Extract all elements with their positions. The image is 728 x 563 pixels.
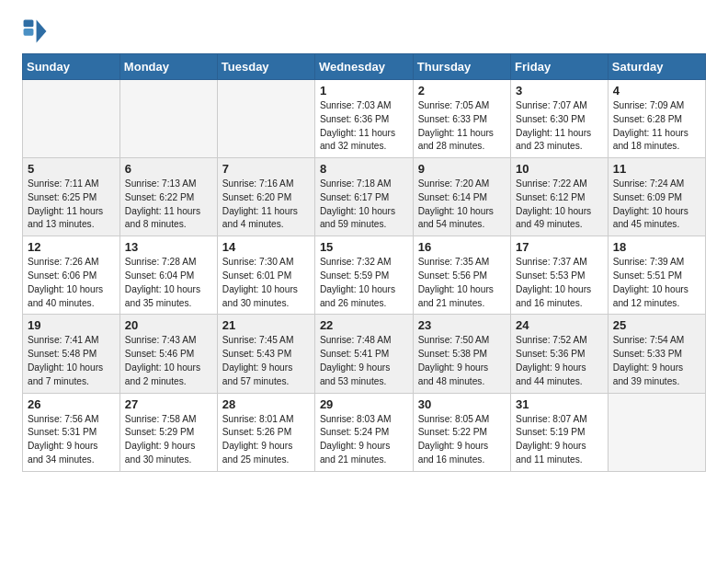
day-info: Sunrise: 7:13 AMSunset: 6:22 PMDaylight:…	[125, 178, 212, 232]
calendar-week-row: 5Sunrise: 7:11 AMSunset: 6:25 PMDaylight…	[23, 158, 706, 236]
weekday-header-wednesday: Wednesday	[314, 54, 413, 80]
weekday-header-monday: Monday	[119, 54, 217, 80]
day-info: Sunrise: 7:35 AMSunset: 5:56 PMDaylight:…	[418, 256, 506, 310]
day-number: 3	[516, 84, 603, 98]
day-number: 18	[613, 240, 700, 254]
calendar-cell: 16Sunrise: 7:35 AMSunset: 5:56 PMDayligh…	[413, 236, 510, 315]
calendar-cell: 6Sunrise: 7:13 AMSunset: 6:22 PMDaylight…	[119, 158, 217, 236]
calendar-cell: 13Sunrise: 7:28 AMSunset: 6:04 PMDayligh…	[119, 236, 217, 315]
calendar-cell: 7Sunrise: 7:16 AMSunset: 6:20 PMDaylight…	[217, 158, 314, 236]
calendar-week-row: 12Sunrise: 7:26 AMSunset: 6:06 PMDayligh…	[23, 236, 706, 315]
day-number: 27	[125, 397, 212, 411]
day-info: Sunrise: 7:03 AMSunset: 6:36 PMDaylight:…	[320, 99, 408, 154]
calendar-cell: 21Sunrise: 7:45 AMSunset: 5:43 PMDayligh…	[217, 315, 314, 393]
calendar-cell: 15Sunrise: 7:32 AMSunset: 5:59 PMDayligh…	[314, 236, 413, 315]
day-info: Sunrise: 8:07 AMSunset: 5:19 PMDaylight:…	[516, 413, 603, 467]
svg-rect-0	[24, 20, 34, 28]
day-info: Sunrise: 7:09 AMSunset: 6:28 PMDaylight:…	[613, 99, 700, 154]
calendar-cell	[217, 80, 314, 158]
day-info: Sunrise: 7:07 AMSunset: 6:30 PMDaylight:…	[516, 99, 603, 154]
day-number: 19	[28, 318, 115, 332]
day-info: Sunrise: 7:20 AMSunset: 6:14 PMDaylight:…	[418, 178, 506, 232]
calendar-cell	[608, 393, 705, 471]
day-info: Sunrise: 7:28 AMSunset: 6:04 PMDaylight:…	[125, 256, 212, 310]
calendar-cell: 29Sunrise: 8:03 AMSunset: 5:24 PMDayligh…	[314, 393, 413, 471]
calendar-cell: 11Sunrise: 7:24 AMSunset: 6:09 PMDayligh…	[608, 158, 705, 236]
calendar-cell: 22Sunrise: 7:48 AMSunset: 5:41 PMDayligh…	[314, 315, 413, 393]
day-info: Sunrise: 7:11 AMSunset: 6:25 PMDaylight:…	[28, 178, 115, 232]
weekday-header-thursday: Thursday	[413, 54, 510, 80]
calendar-cell: 26Sunrise: 7:56 AMSunset: 5:31 PMDayligh…	[23, 393, 120, 471]
day-info: Sunrise: 7:48 AMSunset: 5:41 PMDaylight:…	[320, 334, 408, 388]
day-info: Sunrise: 7:18 AMSunset: 6:17 PMDaylight:…	[320, 178, 408, 232]
day-info: Sunrise: 7:30 AMSunset: 6:01 PMDaylight:…	[222, 256, 310, 310]
day-number: 17	[516, 240, 603, 254]
day-info: Sunrise: 7:26 AMSunset: 6:06 PMDaylight:…	[28, 256, 115, 310]
day-info: Sunrise: 7:45 AMSunset: 5:43 PMDaylight:…	[222, 334, 310, 388]
calendar-cell: 24Sunrise: 7:52 AMSunset: 5:36 PMDayligh…	[511, 315, 609, 393]
calendar-cell: 4Sunrise: 7:09 AMSunset: 6:28 PMDaylight…	[608, 80, 705, 158]
calendar-cell	[23, 80, 120, 158]
day-number: 23	[418, 318, 506, 332]
day-number: 2	[418, 84, 506, 98]
day-info: Sunrise: 7:22 AMSunset: 6:12 PMDaylight:…	[516, 178, 603, 232]
day-number: 25	[613, 318, 700, 332]
page: SundayMondayTuesdayWednesdayThursdayFrid…	[0, 0, 728, 490]
day-number: 30	[418, 397, 506, 411]
day-number: 15	[320, 240, 408, 254]
day-info: Sunrise: 7:54 AMSunset: 5:33 PMDaylight:…	[613, 334, 700, 388]
day-number: 6	[125, 162, 212, 176]
day-info: Sunrise: 7:52 AMSunset: 5:36 PMDaylight:…	[516, 334, 603, 388]
logo-icon	[22, 18, 48, 44]
day-number: 20	[125, 318, 212, 332]
day-info: Sunrise: 7:32 AMSunset: 5:59 PMDaylight:…	[320, 256, 408, 310]
calendar-cell: 14Sunrise: 7:30 AMSunset: 6:01 PMDayligh…	[217, 236, 314, 315]
calendar-cell: 27Sunrise: 7:58 AMSunset: 5:29 PMDayligh…	[119, 393, 217, 471]
weekday-header-saturday: Saturday	[608, 54, 705, 80]
calendar-header-row: SundayMondayTuesdayWednesdayThursdayFrid…	[23, 54, 706, 80]
day-info: Sunrise: 8:05 AMSunset: 5:22 PMDaylight:…	[418, 413, 506, 467]
svg-marker-2	[37, 20, 47, 43]
calendar-cell: 12Sunrise: 7:26 AMSunset: 6:06 PMDayligh…	[23, 236, 120, 315]
logo	[22, 18, 51, 44]
calendar-cell: 8Sunrise: 7:18 AMSunset: 6:17 PMDaylight…	[314, 158, 413, 236]
calendar-cell: 18Sunrise: 7:39 AMSunset: 5:51 PMDayligh…	[608, 236, 705, 315]
day-number: 11	[613, 162, 700, 176]
calendar-cell: 30Sunrise: 8:05 AMSunset: 5:22 PMDayligh…	[413, 393, 510, 471]
calendar-cell: 9Sunrise: 7:20 AMSunset: 6:14 PMDaylight…	[413, 158, 510, 236]
calendar-cell: 19Sunrise: 7:41 AMSunset: 5:48 PMDayligh…	[23, 315, 120, 393]
day-number: 24	[516, 318, 603, 332]
day-number: 4	[613, 84, 700, 98]
day-number: 9	[418, 162, 506, 176]
day-info: Sunrise: 7:37 AMSunset: 5:53 PMDaylight:…	[516, 256, 603, 310]
calendar-cell: 25Sunrise: 7:54 AMSunset: 5:33 PMDayligh…	[608, 315, 705, 393]
calendar-cell	[119, 80, 217, 158]
calendar-cell: 20Sunrise: 7:43 AMSunset: 5:46 PMDayligh…	[119, 315, 217, 393]
day-info: Sunrise: 7:39 AMSunset: 5:51 PMDaylight:…	[613, 256, 700, 310]
day-number: 26	[28, 397, 115, 411]
weekday-header-tuesday: Tuesday	[217, 54, 314, 80]
day-number: 14	[222, 240, 310, 254]
header	[22, 18, 706, 44]
day-info: Sunrise: 7:24 AMSunset: 6:09 PMDaylight:…	[613, 178, 700, 232]
day-number: 21	[222, 318, 310, 332]
calendar-week-row: 26Sunrise: 7:56 AMSunset: 5:31 PMDayligh…	[23, 393, 706, 471]
weekday-header-sunday: Sunday	[23, 54, 120, 80]
day-number: 16	[418, 240, 506, 254]
day-number: 7	[222, 162, 310, 176]
calendar-table: SundayMondayTuesdayWednesdayThursdayFrid…	[22, 53, 706, 472]
day-info: Sunrise: 7:05 AMSunset: 6:33 PMDaylight:…	[418, 99, 506, 154]
day-number: 1	[320, 84, 408, 98]
day-number: 13	[125, 240, 212, 254]
day-number: 8	[320, 162, 408, 176]
day-number: 29	[320, 397, 408, 411]
calendar-cell: 17Sunrise: 7:37 AMSunset: 5:53 PMDayligh…	[511, 236, 609, 315]
calendar-cell: 31Sunrise: 8:07 AMSunset: 5:19 PMDayligh…	[511, 393, 609, 471]
calendar-week-row: 19Sunrise: 7:41 AMSunset: 5:48 PMDayligh…	[23, 315, 706, 393]
calendar-cell: 3Sunrise: 7:07 AMSunset: 6:30 PMDaylight…	[511, 80, 609, 158]
day-number: 31	[516, 397, 603, 411]
day-number: 12	[28, 240, 115, 254]
day-info: Sunrise: 7:58 AMSunset: 5:29 PMDaylight:…	[125, 413, 212, 467]
day-info: Sunrise: 8:03 AMSunset: 5:24 PMDaylight:…	[320, 413, 408, 467]
calendar-week-row: 1Sunrise: 7:03 AMSunset: 6:36 PMDaylight…	[23, 80, 706, 158]
